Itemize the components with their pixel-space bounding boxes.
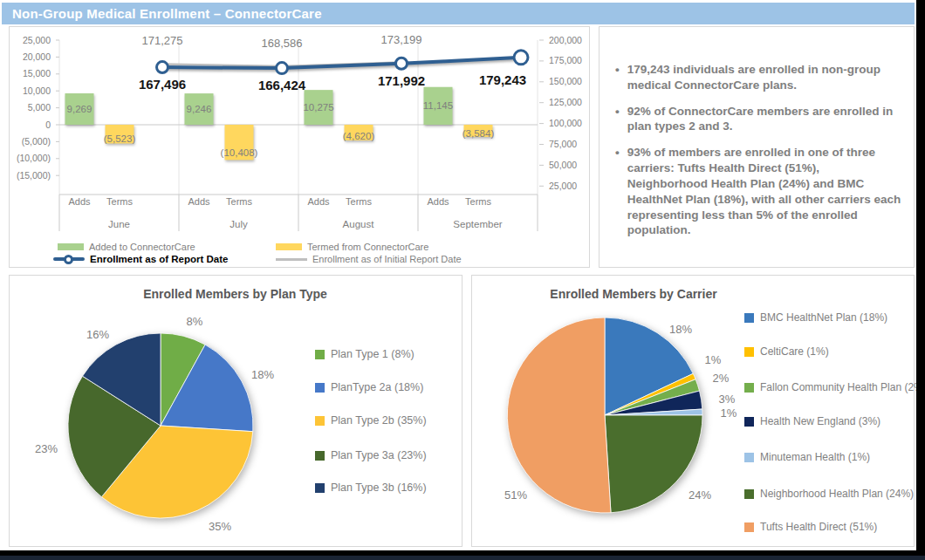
pie-slice: [605, 379, 700, 415]
terms-bar-label: (3,584): [462, 128, 495, 139]
legend-swatch: [315, 483, 325, 493]
pie-slice: [605, 391, 702, 415]
bullet-icon: •: [615, 145, 620, 238]
plan-type-chart-title: Enrolled Members by Plan Type: [10, 287, 461, 301]
right-axis-tick: 100,000: [549, 118, 582, 128]
adds-bar-label: 9,246: [187, 104, 212, 114]
enrollment-label: 171,992: [378, 73, 425, 88]
enrollment-marker: [396, 58, 408, 69]
pie-percent-label: 3%: [719, 393, 736, 406]
initial-enrollment-label: 168,586: [262, 37, 303, 50]
right-axis-tick: 150,000: [549, 76, 582, 86]
terms-bar: [464, 125, 493, 137]
pie-slice: [161, 345, 253, 432]
pie-percent-label: 24%: [689, 488, 711, 502]
enrollment-label: 166,424: [258, 78, 306, 92]
pie-percent-label: 35%: [209, 520, 231, 533]
legend-swatch: [744, 453, 754, 462]
plan-legend-item: Plan Type 2b (35%): [315, 414, 427, 427]
legend-label: Plan Type 1 (8%): [331, 348, 415, 360]
enrollment-label: 179,243: [479, 72, 526, 87]
summary-panel: • 179,243 individuals are enrolled in no…: [599, 26, 915, 268]
enrollment-line-swatch: [53, 255, 85, 264]
left-axis-tick: 15,000: [23, 68, 51, 79]
pie-slice: [68, 376, 161, 497]
enrollment-line: [162, 58, 521, 68]
subcategory-label: Terms: [465, 196, 491, 207]
slide-edge-right: [916, 0, 925, 560]
legend-swatch: [315, 451, 325, 461]
legend-termed: Termed from ConnectorCare: [276, 242, 428, 252]
legend-initial: Enrollment as of Initial Report Date: [276, 254, 462, 264]
bullet-icon: •: [615, 104, 620, 135]
termed-swatch: [276, 243, 302, 250]
adds-bar: [185, 93, 214, 125]
month-label: September: [453, 219, 502, 229]
carrier-legend-item: BMC HealthNet Plan (18%): [744, 311, 887, 324]
subcategory-label: Terms: [106, 196, 133, 207]
plan-legend-item: Plan Type 3a (23%): [315, 449, 427, 461]
legend-label: Plan Type 2b (35%): [331, 414, 427, 427]
plan-legend-item: PlanType 2a (18%): [315, 381, 423, 393]
right-axis-tick: 200,000: [549, 35, 582, 45]
bullet-text: 92% of ConnectorCare members are enrolle…: [627, 104, 901, 135]
month-label: June: [108, 219, 130, 229]
summary-bullet-list: • 179,243 individuals are enrolled in no…: [600, 27, 914, 238]
summary-bullet: • 93% of members are enrolled in one of …: [615, 145, 901, 238]
legend-label: PlanType 2a (18%): [331, 381, 423, 393]
plan-legend-item: Plan Type 1 (8%): [315, 348, 415, 360]
adds-bar: [65, 93, 94, 125]
legend-enrollment: Enrollment as of Report Date: [53, 254, 228, 264]
legend-added-label: Added to ConnectorCare: [89, 242, 195, 252]
subcategory-label: Adds: [188, 196, 210, 207]
pie-percent-label: 16%: [86, 328, 109, 341]
summary-bullet: • 92% of ConnectorCare members are enrol…: [615, 104, 901, 135]
pie-slice: [83, 333, 161, 426]
left-axis-tick: (10,000): [17, 153, 51, 163]
pie-slice: [605, 373, 695, 415]
pie-percent-label: 18%: [251, 368, 274, 381]
carrier-panel: Enrolled Members by Carrier 18%1%2%3%1%2…: [471, 275, 915, 547]
legend-label: Fallon Community Health Plan (2%): [760, 381, 925, 393]
enrollment-marker: [157, 62, 168, 73]
terms-bar-label: (5,523): [104, 133, 136, 144]
bullet-icon: •: [615, 62, 620, 93]
pie-slice: [605, 415, 702, 513]
adds-bar: [305, 90, 333, 125]
legend-label: CeltiCare (1%): [760, 345, 829, 358]
terms-bar: [106, 125, 134, 143]
legend-enrollment-label: Enrollment as of Report Date: [90, 254, 228, 264]
terms-bar-label: (10,408): [221, 147, 258, 158]
month-label: July: [230, 219, 248, 229]
initial-enrollment-line: [162, 63, 401, 66]
left-axis-tick: 10,000: [23, 85, 51, 96]
legend-swatch: [315, 416, 325, 426]
carrier-legend-item: CeltiCare (1%): [744, 345, 829, 358]
carrier-legend-item: Neighborhood Health Plan (24%): [744, 488, 914, 500]
pie-slice: [101, 426, 252, 518]
legend-label: Tufts Health Direct (51%): [760, 521, 877, 533]
right-axis-tick: 75,000: [549, 139, 577, 149]
slide-edge-bottom: [0, 550, 925, 560]
legend-swatch: [744, 489, 754, 499]
carrier-legend-item: Fallon Community Health Plan (2%): [744, 381, 925, 393]
legend-label: Minuteman Health (1%): [760, 451, 870, 463]
plan-type-pie-chart: 8%18%35%23%16%: [10, 276, 461, 545]
pie: [507, 318, 702, 513]
legend-swatch: [744, 383, 754, 393]
legend-swatch: [744, 522, 754, 532]
subcategory-label: Adds: [307, 196, 330, 207]
bullet-text: 93% of members are enrolled in one of th…: [627, 145, 901, 238]
enrollment-marker: [514, 51, 528, 65]
pie-percent-label: 1%: [721, 406, 737, 420]
subcategory-label: Terms: [346, 196, 372, 207]
enrollment-marker: [277, 63, 288, 74]
pie: [68, 333, 253, 518]
initial-line-swatch: [276, 258, 307, 261]
terms-bar-label: (4,620): [343, 131, 375, 141]
right-axis-tick: 50,000: [549, 160, 577, 170]
initial-enrollment-label: 171,275: [142, 34, 183, 47]
pie-slice: [161, 333, 205, 426]
left-axis-tick: 25,000: [23, 35, 51, 45]
enrollment-label: 167,496: [139, 77, 186, 92]
